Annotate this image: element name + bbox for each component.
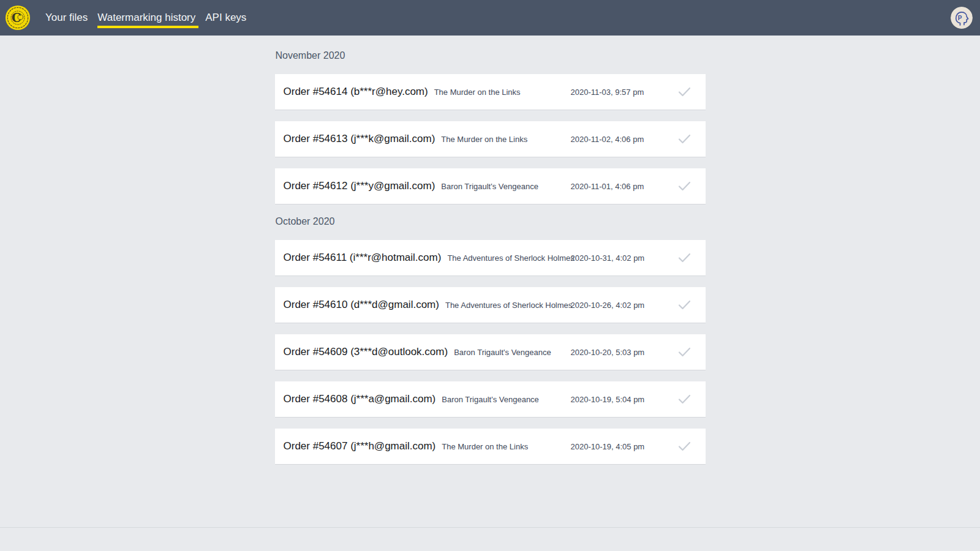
book-title: The Adventures of Sherlock Holmes	[445, 301, 572, 310]
delivered-check-icon	[678, 300, 691, 310]
month-rows: Order #54614 (b***r@hey.com) The Murder …	[275, 74, 706, 204]
timestamp: 2020-11-02, 4:06 pm	[571, 135, 644, 144]
nav-item-watermarking-history[interactable]: Watermarking history	[97, 12, 195, 24]
delivered-check-icon	[678, 134, 691, 144]
book-title: The Murder on the Links	[442, 442, 528, 451]
timestamp: 2020-11-01, 4:06 pm	[571, 182, 644, 191]
order-label: Order #54609 (3***d@outlook.com)	[284, 346, 448, 358]
avatar-letter: P	[958, 15, 962, 21]
timestamp: 2020-10-31, 4:02 pm	[571, 253, 645, 263]
book-title: Baron Trigault's Vengeance	[454, 348, 551, 357]
footer-divider	[0, 527, 980, 551]
delivered-check-icon	[678, 441, 691, 452]
timestamp: 2020-10-20, 5:03 pm	[571, 348, 645, 357]
watermark-row[interactable]: Order #54609 (3***d@outlook.com) Baron T…	[275, 334, 706, 370]
book-title: The Murder on the Links	[441, 135, 527, 144]
book-title: The Adventures of Sherlock Holmes	[447, 253, 574, 263]
timestamp: 2020-10-19, 5:04 pm	[571, 395, 645, 404]
book-title: The Murder on the Links	[434, 88, 521, 97]
timestamp: 2020-10-26, 4:02 pm	[571, 301, 645, 310]
delivered-check-icon	[678, 394, 691, 405]
history-list: November 2020 Order #54614 (b***r@hey.co…	[275, 50, 706, 465]
nav-item-your-files[interactable]: Your files	[45, 12, 88, 24]
nav-item-api-keys[interactable]: API keys	[205, 12, 246, 24]
timestamp: 2020-10-19, 4:05 pm	[571, 442, 645, 451]
order-label: Order #54613 (j***k@gmail.com)	[284, 133, 435, 145]
order-label: Order #54612 (j***y@gmail.com)	[284, 180, 435, 192]
watermarking-history-page: November 2020 Order #54614 (b***r@hey.co…	[0, 36, 980, 465]
delivered-check-icon	[678, 253, 691, 263]
book-title: Baron Trigault's Vengeance	[441, 182, 538, 191]
month-label: November 2020	[276, 50, 706, 62]
book-title: Baron Trigault's Vengeance	[442, 395, 539, 404]
month-section: October 2020 Order #54611 (i***r@hotmail…	[275, 216, 706, 465]
watermark-row[interactable]: Order #54607 (j***h@gmail.com) The Murde…	[275, 429, 706, 465]
order-label: Order #54614 (b***r@hey.com)	[284, 86, 428, 98]
order-label: Order #54610 (d***d@gmail.com)	[284, 299, 439, 311]
watermark-row[interactable]: Order #54613 (j***k@gmail.com) The Murde…	[275, 121, 706, 157]
order-label: Order #54607 (j***h@gmail.com)	[284, 440, 436, 452]
month-label: October 2020	[276, 216, 706, 228]
watermark-row[interactable]: Order #54610 (d***d@gmail.com) The Adven…	[275, 287, 706, 323]
delivered-check-icon	[678, 87, 691, 97]
top-nav-bar: C Your files Watermarking history API ke…	[0, 0, 980, 36]
month-section: November 2020 Order #54614 (b***r@hey.co…	[275, 50, 706, 204]
order-label: Order #54611 (i***r@hotmail.com)	[284, 252, 442, 264]
order-label: Order #54608 (j***a@gmail.com)	[284, 393, 436, 405]
brand-coin-logo[interactable]: C	[5, 5, 31, 31]
delivered-check-icon	[678, 181, 691, 192]
month-rows: Order #54611 (i***r@hotmail.com) The Adv…	[275, 240, 706, 465]
watermark-row[interactable]: Order #54612 (j***y@gmail.com) Baron Tri…	[275, 168, 706, 204]
watermark-row[interactable]: Order #54608 (j***a@gmail.com) Baron Tri…	[275, 381, 706, 418]
main-nav: Your files Watermarking history API keys	[45, 0, 256, 36]
timestamp: 2020-11-03, 9:57 pm	[571, 88, 644, 97]
user-avatar[interactable]: P	[951, 7, 973, 29]
delivered-check-icon	[678, 347, 691, 358]
watermark-row[interactable]: Order #54614 (b***r@hey.com) The Murder …	[275, 74, 706, 110]
logo-letter: C	[12, 10, 21, 25]
watermark-row[interactable]: Order #54611 (i***r@hotmail.com) The Adv…	[275, 240, 706, 276]
